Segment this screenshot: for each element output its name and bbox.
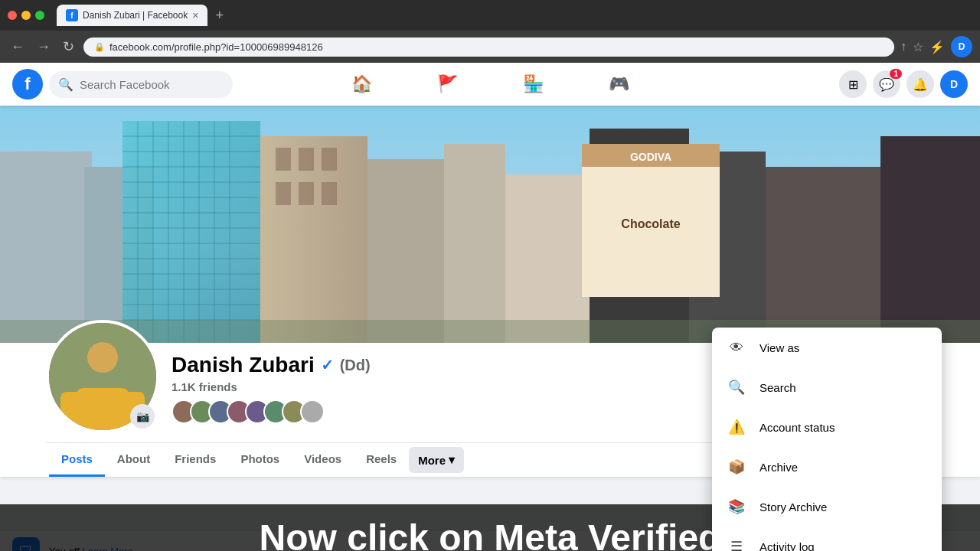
- svg-rect-32: [444, 144, 505, 343]
- address-bar[interactable]: 🔒 facebook.com/profile.php?id=1000069899…: [83, 37, 894, 57]
- apps-button[interactable]: ⊞: [839, 70, 867, 98]
- story-archive-icon: 📚: [724, 494, 749, 519]
- svg-rect-31: [368, 159, 444, 343]
- notifications-button[interactable]: 🔔: [906, 70, 934, 98]
- story-archive-label: Story Archive: [760, 500, 827, 514]
- maximize-dot[interactable]: [35, 11, 44, 20]
- close-dot[interactable]: [8, 11, 17, 20]
- svg-text:Chocolate: Chocolate: [621, 217, 680, 230]
- svg-rect-3: [122, 121, 260, 343]
- content-area: GODIVA Chocolate: [0, 106, 980, 551]
- svg-rect-26: [299, 148, 314, 171]
- profile-name-text: Danish Zubari: [172, 353, 315, 377]
- svg-rect-27: [322, 148, 337, 171]
- tab-reels[interactable]: Reels: [354, 443, 409, 477]
- account-status-label: Account status: [760, 421, 835, 434]
- dropdown-item-activity-log[interactable]: ☰ Activity log: [712, 527, 942, 551]
- new-tab-button[interactable]: +: [215, 8, 224, 24]
- activity-log-label: Activity log: [760, 540, 815, 552]
- facebook-logo[interactable]: f: [12, 69, 43, 99]
- view-as-label: View as: [760, 341, 799, 354]
- cover-photo: GODIVA Chocolate: [0, 106, 980, 343]
- svg-rect-28: [276, 182, 291, 205]
- tab-about[interactable]: About: [105, 443, 162, 477]
- cursor-arrow: ↗: [844, 523, 861, 548]
- svg-rect-36: [766, 167, 880, 343]
- svg-rect-29: [299, 182, 314, 205]
- change-photo-button[interactable]: 📷: [130, 404, 155, 429]
- cover-svg: GODIVA Chocolate: [0, 106, 980, 343]
- nav-home-button[interactable]: 🏠: [319, 66, 403, 103]
- share-button[interactable]: ↑: [900, 40, 906, 54]
- browser-profile-button[interactable]: D: [951, 36, 972, 57]
- lock-icon: 🔒: [94, 42, 105, 52]
- dropdown-item-archive[interactable]: 📦 Archive: [712, 447, 942, 487]
- search-input[interactable]: [80, 78, 224, 91]
- nav-flag-button[interactable]: 🚩: [405, 66, 489, 103]
- browser-chrome: f Danish Zubari | Facebook × + ← → ↻ 🔒 f…: [0, 0, 980, 63]
- svg-rect-37: [880, 136, 980, 343]
- page-container: f Danish Zubari | Facebook × + ← → ↻ 🔒 f…: [0, 0, 980, 551]
- browser-tab[interactable]: f Danish Zubari | Facebook ×: [57, 5, 207, 26]
- more-label: More: [418, 454, 446, 467]
- search-dropdown-icon: 🔍: [724, 375, 749, 399]
- search-bar[interactable]: 🔍: [49, 71, 233, 98]
- forward-button[interactable]: →: [34, 36, 54, 58]
- activity-log-icon: ☰: [724, 534, 749, 551]
- verified-badge: ✓: [321, 356, 334, 374]
- tab-videos[interactable]: Videos: [292, 443, 354, 477]
- browser-dots: [8, 11, 44, 20]
- dropdown-menu: 👁 View as 🔍 Search ⚠️ Account status 📦 A…: [712, 328, 942, 551]
- tab-close-button[interactable]: ×: [192, 9, 198, 21]
- svg-text:GODIVA: GODIVA: [630, 151, 671, 163]
- dropdown-item-view-as[interactable]: 👁 View as: [712, 328, 942, 367]
- refresh-button[interactable]: ↻: [60, 35, 77, 58]
- svg-rect-46: [60, 392, 83, 422]
- url-text: facebook.com/profile.php?id=100006989948…: [109, 41, 323, 53]
- back-button[interactable]: ←: [8, 36, 28, 58]
- browser-actions: ↑ ☆ ⚡ D: [900, 36, 972, 57]
- svg-point-44: [87, 342, 118, 373]
- friend-avatar-8: [300, 399, 325, 424]
- tab-title: Danish Zubari | Facebook: [83, 10, 188, 21]
- minimize-dot[interactable]: [21, 11, 31, 20]
- browser-titlebar: f Danish Zubari | Facebook × +: [0, 0, 980, 31]
- nav-game-button[interactable]: 🎮: [577, 66, 661, 103]
- facebook-navbar: f 🔍 🏠 🚩 🏪 🎮 ⊞ 💬 1 🔔 D: [0, 63, 980, 106]
- archive-icon: 📦: [724, 455, 749, 479]
- dropdown-item-story-archive[interactable]: 📚 Story Archive: [712, 487, 942, 527]
- svg-rect-1: [0, 152, 92, 343]
- extensions-button[interactable]: ⚡: [929, 40, 945, 54]
- svg-rect-45: [76, 388, 129, 430]
- nav-right: ⊞ 💬 1 🔔 D: [839, 70, 968, 98]
- profile-avatar-wrap: 📷: [46, 320, 159, 433]
- tab-posts[interactable]: Posts: [49, 443, 105, 477]
- profile-nickname: (Dd): [340, 357, 371, 374]
- messenger-badge: 1: [890, 69, 902, 79]
- tab-more-button[interactable]: More ▾: [409, 447, 464, 473]
- browser-toolbar: ← → ↻ 🔒 facebook.com/profile.php?id=1000…: [0, 31, 980, 63]
- user-avatar-nav[interactable]: D: [940, 70, 968, 98]
- tab-friends[interactable]: Friends: [162, 443, 228, 477]
- tab-photos[interactable]: Photos: [228, 443, 292, 477]
- nav-store-button[interactable]: 🏪: [491, 66, 575, 103]
- nav-center: 🏠 🚩 🏪 🎮: [319, 66, 661, 103]
- account-status-icon: ⚠️: [724, 415, 749, 439]
- chevron-down-icon: ▾: [449, 453, 455, 467]
- svg-rect-30: [322, 182, 337, 205]
- bookmark-button[interactable]: ☆: [913, 40, 923, 54]
- facebook-favicon: f: [66, 9, 78, 21]
- archive-label: Archive: [760, 461, 798, 474]
- dropdown-item-account-status[interactable]: ⚠️ Account status: [712, 407, 942, 447]
- messenger-button[interactable]: 💬 1: [873, 70, 900, 98]
- view-as-icon: 👁: [724, 335, 749, 360]
- search-icon: 🔍: [58, 77, 74, 92]
- search-label: Search: [760, 381, 796, 394]
- svg-rect-25: [276, 148, 291, 171]
- dropdown-item-search[interactable]: 🔍 Search: [712, 367, 942, 407]
- svg-rect-33: [505, 174, 590, 343]
